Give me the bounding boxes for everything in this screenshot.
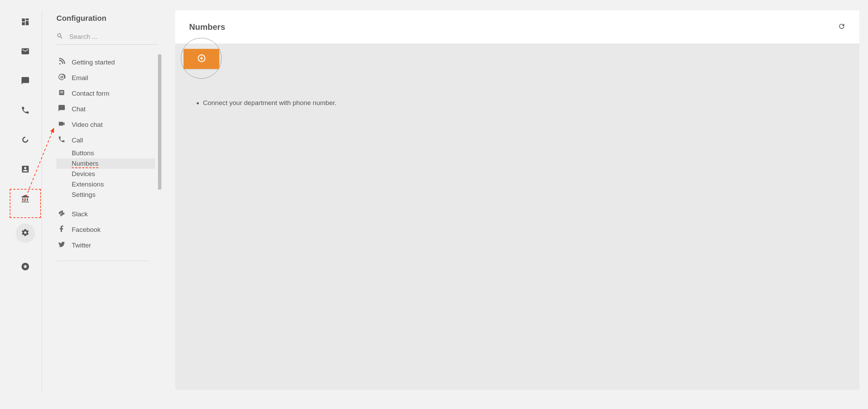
config-sidebar: Configuration Getting started Email Con <box>45 0 161 400</box>
spinner-icon <box>21 135 30 146</box>
sidebar-item-chat[interactable]: Chat <box>56 101 155 117</box>
sidebar-sub-extensions[interactable]: Extensions <box>56 179 155 190</box>
sidebar-item-slack[interactable]: Slack <box>56 206 155 222</box>
page-title: Numbers <box>189 22 225 32</box>
refresh-button[interactable] <box>838 23 845 32</box>
slack-icon <box>58 209 65 219</box>
nav-favorites[interactable] <box>20 262 30 272</box>
label: Chat <box>72 105 86 113</box>
phone-icon <box>58 136 65 145</box>
sidebar-title: Configuration <box>56 14 161 23</box>
label: Video chat <box>72 121 103 129</box>
main-panel: Numbers Connect your department with pho… <box>175 10 859 390</box>
sidebar-item-getting-started[interactable]: Getting started <box>56 54 155 70</box>
label: Settings <box>72 191 96 198</box>
main-header: Numbers <box>175 10 859 44</box>
search-input[interactable] <box>69 33 158 41</box>
search-icon <box>56 33 63 41</box>
at-icon <box>58 73 65 82</box>
label: Devices <box>72 170 95 177</box>
nav-activity[interactable] <box>20 135 30 146</box>
contacts-icon <box>21 165 30 175</box>
instruction-item: Connect your department with phone numbe… <box>203 99 845 107</box>
nav-configuration[interactable] <box>16 224 35 243</box>
nav-mail[interactable] <box>20 47 30 57</box>
svg-rect-2 <box>60 91 63 92</box>
label: Twitter <box>72 242 91 249</box>
form-icon <box>58 89 65 98</box>
sidebar-item-video-chat[interactable]: Video chat <box>56 117 155 132</box>
chat-icon <box>21 76 30 87</box>
main-body: Connect your department with phone numbe… <box>175 44 859 390</box>
star-circle-icon <box>21 262 30 272</box>
dashboard-icon <box>21 17 30 28</box>
sidebar-item-twitter[interactable]: Twitter <box>56 237 155 253</box>
sidebar-item-contact-form[interactable]: Contact form <box>56 86 155 101</box>
sidebar-sub-buttons[interactable]: Buttons <box>56 148 155 158</box>
sidebar-search[interactable] <box>56 31 158 45</box>
nav-billing[interactable] <box>20 194 30 204</box>
instructions-list: Connect your department with phone numbe… <box>203 99 845 107</box>
sidebar-item-facebook[interactable]: Facebook <box>56 222 155 237</box>
add-number-button[interactable] <box>184 49 219 69</box>
bank-icon <box>21 194 30 204</box>
sidebar-divider <box>56 261 149 261</box>
label: Call <box>72 137 83 144</box>
sidebar-sub-settings[interactable]: Settings <box>56 190 155 200</box>
label: Numbers <box>72 160 98 168</box>
label: Getting started <box>72 59 115 66</box>
gear-icon <box>21 228 29 238</box>
nav-call[interactable] <box>20 106 30 116</box>
rail-divider <box>42 10 42 393</box>
nav-chat[interactable] <box>20 76 30 87</box>
label: Buttons <box>72 149 94 157</box>
twitter-icon <box>58 241 65 250</box>
nav-contacts[interactable] <box>20 165 30 175</box>
sidebar-item-email[interactable]: Email <box>56 70 155 86</box>
rss-icon <box>58 58 65 67</box>
video-icon <box>58 120 65 129</box>
sidebar-sub-devices[interactable]: Devices <box>56 169 155 179</box>
sidebar-sub-numbers[interactable]: Numbers <box>56 158 155 169</box>
svg-rect-3 <box>60 93 63 93</box>
refresh-icon <box>838 25 845 31</box>
label: Contact form <box>72 90 109 97</box>
label: Email <box>72 74 88 82</box>
chat-bubble-icon <box>58 104 65 114</box>
nav-dashboard[interactable] <box>20 17 30 28</box>
label: Extensions <box>72 181 104 188</box>
facebook-icon <box>58 225 65 234</box>
sidebar-scroll: Getting started Email Contact form Chat … <box>56 54 161 401</box>
mail-icon <box>21 47 30 57</box>
sidebar-item-call[interactable]: Call <box>56 132 155 148</box>
label: Facebook <box>72 226 100 234</box>
add-number-area <box>182 36 219 69</box>
label: Slack <box>72 210 88 218</box>
scrollbar-thumb[interactable] <box>158 54 161 190</box>
call-sublist: Buttons Numbers Devices Extensions Setti… <box>56 148 155 200</box>
plus-circle-icon <box>197 54 206 64</box>
app-root: Configuration Getting started Email Con <box>0 0 868 409</box>
main-nav-rail <box>9 0 42 400</box>
phone-icon <box>21 106 30 116</box>
